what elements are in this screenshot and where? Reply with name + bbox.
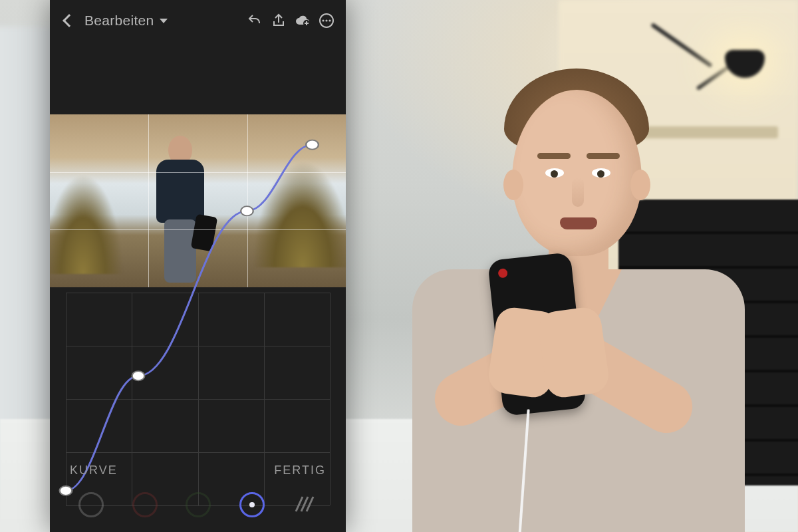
curve-control-point[interactable] (132, 371, 145, 380)
tool-label: KURVE (70, 464, 118, 477)
lightroom-mobile-screen: Bearbeiten (50, 0, 346, 532)
svg-point-2 (322, 19, 324, 21)
tone-curve[interactable] (66, 114, 330, 505)
curve-control-point[interactable] (306, 140, 319, 150)
undo-icon (247, 13, 263, 29)
channel-rgb[interactable] (78, 492, 104, 517)
curve-editor[interactable]: KURVE FERTIG (50, 287, 346, 532)
done-button[interactable]: FERTIG (274, 464, 326, 477)
top-toolbar: Bearbeiten (50, 0, 346, 41)
mode-dropdown[interactable]: Bearbeiten (84, 13, 168, 29)
chevron-left-icon (63, 14, 76, 27)
channel-green[interactable] (186, 492, 211, 517)
presenter-person (392, 63, 751, 532)
svg-point-3 (325, 19, 327, 21)
more-icon (319, 13, 334, 29)
channel-parametric[interactable] (293, 491, 317, 518)
share-button[interactable] (270, 12, 287, 29)
preview-letterbox (50, 41, 346, 114)
back-button[interactable] (61, 12, 78, 29)
curve-control-point[interactable] (241, 206, 253, 215)
channel-blue[interactable] (239, 492, 265, 517)
cloud-add-icon (295, 13, 311, 29)
more-button[interactable] (318, 12, 335, 29)
channel-selector (50, 485, 346, 524)
mode-title: Bearbeiten (84, 13, 154, 29)
cloud-sync-button[interactable] (294, 12, 311, 29)
undo-button[interactable] (246, 12, 263, 29)
chevron-down-icon (160, 19, 168, 23)
svg-point-4 (329, 19, 331, 21)
channel-red[interactable] (132, 492, 158, 517)
share-icon (271, 13, 287, 29)
